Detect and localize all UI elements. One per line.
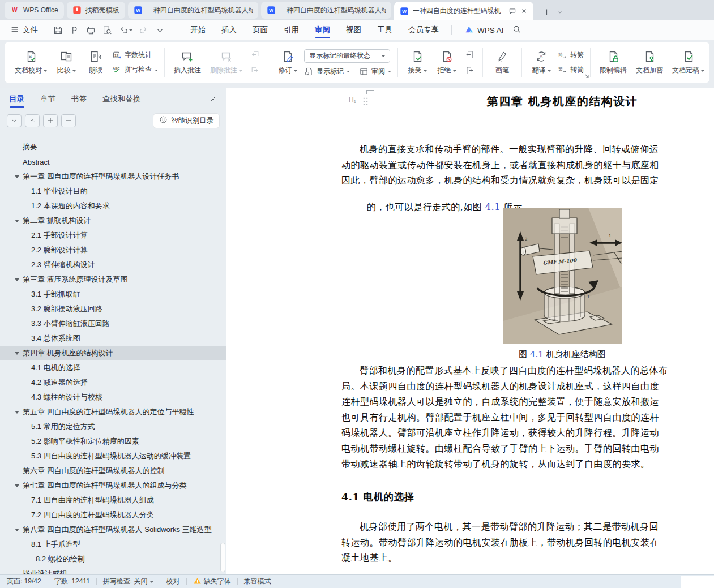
simplified-to-traditional-button[interactable]: 简转繁 [558, 50, 584, 60]
show-markup-button[interactable]: 显示标记 [304, 67, 350, 76]
toc-item[interactable]: 1.1 毕业设计目的 [0, 184, 226, 199]
collapse-arrow-icon[interactable] [15, 411, 19, 416]
translate-button[interactable]: A翻译 [528, 48, 554, 77]
sidebar-tab-查找和替换[interactable]: 查找和替换 [102, 88, 141, 110]
menu-tab-页面[interactable]: 页面 [245, 20, 276, 40]
spell-check-button[interactable]: ABC拼写检查 [112, 65, 158, 75]
save-button[interactable] [51, 24, 65, 37]
previous-change-button[interactable] [463, 49, 476, 60]
compatibility-mode-indicator[interactable]: 兼容模式 [244, 577, 271, 586]
page-indicator[interactable]: 页面: 19/42 [7, 577, 41, 586]
accept-button[interactable]: 接受 [404, 48, 430, 77]
toc-item[interactable]: 8.1 上手爪造型 [0, 537, 226, 552]
collapse-arrow-icon[interactable] [15, 484, 19, 490]
sidebar-tab-章节[interactable]: 章节 [40, 88, 55, 110]
toc-item[interactable]: 3.1 手部抓取缸 [0, 287, 226, 302]
toc-item[interactable]: 第七章 四自由度的连杆型码垛机器人的组成与分类 [0, 478, 226, 493]
caption-number-field[interactable]: 4.1 [530, 349, 544, 359]
menu-tab-审阅[interactable]: 审阅 [307, 20, 338, 40]
menu-tab-引用[interactable]: 引用 [276, 20, 307, 40]
track-changes-button[interactable]: 修订 [275, 48, 301, 77]
toc-item[interactable]: 4.2 减速器的选择 [0, 375, 226, 390]
new-tab-button[interactable] [542, 7, 551, 17]
toc-item[interactable]: 第八章 四自由度的连杆型码垛机器人 Solidworks 三维造型 [0, 522, 226, 537]
wps-ai-button[interactable]: WPS AI [464, 24, 504, 36]
close-icon[interactable] [520, 7, 528, 15]
missing-font-warning[interactable]: 缺失字体 [193, 577, 231, 587]
toc-item[interactable]: 第四章 机身机座的结构设计 [0, 346, 226, 360]
spell-check-indicator[interactable]: 拼写检查: 关闭 [103, 577, 153, 586]
toc-item[interactable]: 5.1 常用的定位方式 [0, 419, 226, 434]
encrypt-document-button[interactable]: 文档加密 [633, 48, 666, 77]
traditional-to-simplified-button[interactable]: 繁转简 [558, 65, 584, 75]
more-quick-actions-button[interactable] [153, 24, 167, 37]
brush-button[interactable]: 画笔 [489, 48, 515, 77]
menu-tab-开始[interactable]: 开始 [182, 20, 213, 40]
toc-item[interactable]: 7.1 四自由度的连杆型码垛机器人组成 [0, 493, 226, 508]
compare-button[interactable]: 比较 [53, 48, 79, 77]
toc-item[interactable]: 2.3 臂伸缩机构设计 [0, 257, 226, 272]
menu-tab-视图[interactable]: 视图 [338, 20, 369, 40]
chat-icon[interactable] [508, 7, 516, 15]
reject-button[interactable]: 拒绝 [434, 48, 460, 77]
next-change-button[interactable] [463, 65, 476, 76]
read-aloud-button[interactable]: 朗读 [83, 48, 109, 77]
review-pane-button[interactable]: 审阅 [359, 67, 391, 76]
toc-item[interactable]: 4.1 电机的选择 [0, 360, 226, 375]
toc-item[interactable]: 3.2 腕部摆动液压回路 [0, 302, 226, 316]
toc-item[interactable]: 3.4 总体系统图 [0, 331, 226, 346]
undo-button[interactable] [117, 24, 134, 37]
toc-item[interactable]: 3.3 小臂伸缩缸液压回路 [0, 316, 226, 331]
search-icon[interactable] [512, 24, 521, 36]
document-tab[interactable]: W一种四自由度的连杆型码垛机器人结构 [261, 2, 391, 19]
collapse-arrow-icon[interactable] [15, 220, 19, 225]
word-count-button[interactable]: 12字数统计 [112, 50, 158, 60]
toc-item[interactable]: 2.2 腕部设计计算 [0, 243, 226, 257]
toc-item[interactable]: 摘要 [0, 140, 226, 154]
toc-item[interactable]: 4.3 螺柱的设计与校核 [0, 390, 226, 405]
file-menu-button[interactable]: 文件 [7, 25, 41, 36]
collapse-all-button[interactable] [25, 114, 40, 127]
next-comment-button[interactable] [249, 65, 262, 76]
toc-item[interactable]: 第五章 四自由度的连杆型码垛机器人的定位与平稳性 [0, 405, 226, 419]
expand-all-button[interactable] [7, 114, 22, 127]
paragraph-drag-handle-icon[interactable] [362, 97, 369, 106]
redo-button[interactable] [136, 24, 151, 37]
toc-item[interactable]: 第二章 抓取机构设计 [0, 213, 226, 228]
toc-item[interactable]: 8.2 螺栓的绘制 [0, 552, 226, 566]
tab-list-dropdown-icon[interactable] [556, 8, 563, 16]
collapse-arrow-icon[interactable] [15, 278, 19, 284]
collapse-level-button[interactable] [61, 114, 76, 127]
document-tab[interactable]: W一种四自由度的连杆型码垛机器人结构 [128, 2, 258, 19]
toc-item[interactable]: 1.2 本课题的内容和要求 [0, 199, 226, 213]
previous-comment-button[interactable] [249, 49, 262, 60]
document-canvas[interactable]: H₁ 第四章 机身机座的结构设计 的，也可以是行走式的,如图 4.1 所示。 [226, 88, 714, 574]
proofread-button[interactable]: 校对 [166, 577, 180, 586]
app-tab[interactable]: 找稻壳模板 [67, 2, 125, 19]
close-sidebar-button[interactable] [209, 95, 217, 105]
sidebar-tab-目录[interactable]: 目录 [9, 88, 24, 110]
collapse-arrow-icon[interactable] [15, 529, 19, 534]
app-tab[interactable]: WWPS Office [5, 2, 64, 19]
word-count-indicator[interactable]: 字数: 12411 [54, 577, 90, 586]
toc-item[interactable]: 第六章 四自由度的连杆型码垛机器人的控制 [0, 463, 226, 478]
toc-item[interactable]: 7.2 四自由度的连杆型码垛机器人分类 [0, 508, 226, 522]
sidebar-tab-书签[interactable]: 书签 [71, 88, 87, 110]
sidebar-scrollbar-thumb[interactable] [221, 543, 225, 572]
export-pdf-button[interactable] [67, 24, 82, 37]
menu-tab-插入[interactable]: 插入 [213, 20, 245, 40]
toc-item[interactable]: 5.3 四自由度的连杆型码垛机器人运动的缓冲装置 [0, 449, 226, 463]
toc-item[interactable]: 第三章 液压系统原理设计及草图 [0, 272, 226, 287]
revision-display-state-select[interactable]: 显示标记的最终状态 [304, 49, 390, 63]
finalize-document-button[interactable]: 文档定稿 [669, 48, 707, 77]
toc-item[interactable]: Abstract [0, 154, 226, 169]
collapse-arrow-icon[interactable] [15, 352, 19, 357]
smart-toc-button[interactable]: 智能识别目录 [153, 113, 220, 128]
menu-tab-会员专享[interactable]: 会员专享 [400, 20, 447, 40]
menu-tab-工具[interactable]: 工具 [369, 20, 400, 40]
figure-reference-link[interactable]: 4.1 [485, 201, 501, 212]
toc-item[interactable]: 第一章 四自由度的连杆型码垛机器人设计任务书 [0, 169, 226, 184]
print-preview-button[interactable] [100, 24, 114, 37]
toc-item[interactable]: 5.2 影响平稳性和定位精度的因素 [0, 434, 226, 449]
restrict-editing-button[interactable]: 限制编辑 [597, 48, 630, 77]
